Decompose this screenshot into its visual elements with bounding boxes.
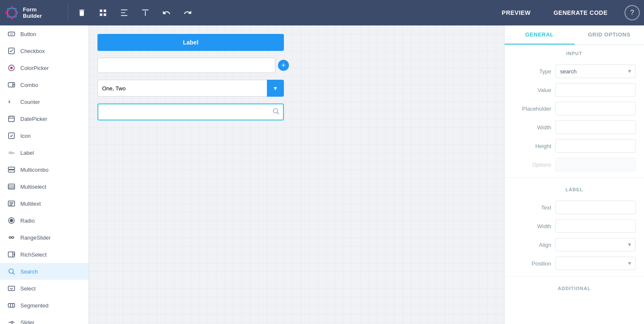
type-select-wrap: search text password number email ▼ <box>555 64 636 78</box>
value-input[interactable] <box>555 83 636 97</box>
svg-point-26 <box>10 219 13 222</box>
sidebar-item-richselect[interactable]: RichSelect <box>0 246 89 263</box>
position-select[interactable]: top left right <box>555 257 636 270</box>
panel-tabs: GENERAL GRID OPTIONS <box>505 25 644 45</box>
svg-line-33 <box>13 273 14 274</box>
sidebar-item-slider[interactable]: Slider <box>0 314 89 324</box>
search-widget <box>97 103 284 120</box>
sidebar-label-label: Label <box>20 150 34 156</box>
sidebar-item-colorpicker[interactable]: ColorPicker <box>0 59 89 76</box>
redo-button[interactable] <box>178 3 197 22</box>
sidebar-label-slider: Slider <box>20 319 34 324</box>
sidebar-label-datepicker: DatePicker <box>20 116 47 122</box>
sidebar-label-combo: Combo <box>20 82 38 88</box>
richselect-icon <box>7 250 16 259</box>
svg-text:3: 3 <box>8 100 11 104</box>
tab-general[interactable]: GENERAL <box>505 25 575 45</box>
counter-icon: 3 <box>7 97 16 106</box>
sidebar-item-segmented[interactable]: Segmented <box>0 297 89 314</box>
value-row: Value <box>505 81 644 99</box>
width-input[interactable]: 400 <box>555 120 636 134</box>
svg-point-28 <box>9 237 11 239</box>
canvas[interactable]: Label + One, Two ▼ <box>89 25 504 324</box>
sidebar-item-multiselect[interactable]: Multiselect <box>0 178 89 195</box>
sidebar-item-multicombo[interactable]: Multicombo <box>0 161 89 178</box>
align-top-button[interactable] <box>136 3 155 22</box>
colorpicker-icon <box>7 63 16 73</box>
svg-point-6 <box>10 67 13 69</box>
grid-button[interactable] <box>94 3 112 22</box>
type-select[interactable]: search text password number email <box>555 64 636 78</box>
undo-icon <box>162 8 171 17</box>
svg-rect-30 <box>8 252 15 257</box>
options-row: Options <box>505 155 644 174</box>
options-input[interactable] <box>555 158 636 171</box>
delete-button[interactable] <box>72 3 91 22</box>
tab-grid-options[interactable]: GRID OPTIONS <box>575 25 644 45</box>
svg-rect-34 <box>8 286 15 291</box>
text-row: Text <box>505 198 644 217</box>
sidebar-item-icon[interactable]: Icon <box>0 127 89 144</box>
logo: Form Builder <box>4 5 64 20</box>
right-panel: GENERAL GRID OPTIONS INPUT Type search t… <box>504 25 644 324</box>
svg-rect-16 <box>8 167 15 169</box>
topbar: Form Builder PREVIEW GENERATE CODE ? <box>0 0 644 25</box>
svg-rect-17 <box>8 170 15 172</box>
position-select-wrap: top left right ▼ <box>555 257 636 270</box>
sidebar-item-radio[interactable]: Radio <box>0 212 89 229</box>
svg-rect-18 <box>8 184 15 189</box>
sidebar-item-combo[interactable]: Combo <box>0 76 89 93</box>
slider-icon <box>7 318 16 324</box>
select-dropdown[interactable]: One, Two <box>97 80 284 97</box>
label-width-input[interactable] <box>555 219 636 233</box>
sidebar-label-rangeslider: RangeSlider <box>20 235 51 241</box>
sidebar-item-button[interactable]: OK Button <box>0 25 89 42</box>
sidebar-item-select[interactable]: Select <box>0 280 89 297</box>
sidebar-item-checkbox[interactable]: Checkbox <box>0 42 89 59</box>
sidebar-label-multicombo: Multicombo <box>20 167 48 173</box>
svg-line-41 <box>277 112 279 114</box>
radio-icon <box>7 216 16 225</box>
preview-button[interactable]: PREVIEW <box>491 6 541 20</box>
label-width-row: Width <box>505 217 644 235</box>
svg-rect-10 <box>8 116 14 122</box>
placeholder-row: Placeholder <box>505 99 644 118</box>
section-input: INPUT <box>505 45 644 62</box>
sidebar-item-multitext[interactable]: Multitext <box>0 195 89 212</box>
sidebar-item-label[interactable]: Abc Label <box>0 144 89 161</box>
search-magnifier-icon <box>272 107 280 117</box>
section-additional: ADDITIONAL <box>505 280 644 297</box>
generate-code-button[interactable]: GENERATE CODE <box>543 6 618 20</box>
align-label: Align <box>513 242 551 248</box>
sidebar-label-richselect: RichSelect <box>20 251 47 258</box>
align-left-button[interactable] <box>115 3 133 22</box>
align-row: Align left center right ▼ <box>505 235 644 254</box>
sidebar-item-datepicker[interactable]: DatePicker <box>0 110 89 127</box>
label-button[interactable]: Label <box>97 34 284 51</box>
text-input[interactable] <box>97 58 275 73</box>
redo-icon <box>183 8 192 17</box>
sidebar-label-checkbox: Checkbox <box>20 48 45 54</box>
text-input-field[interactable] <box>555 201 636 214</box>
options-label: Options <box>513 162 551 168</box>
align-select[interactable]: left center right <box>555 238 636 251</box>
grid-icon <box>99 8 107 17</box>
checkbox-icon <box>7 46 16 56</box>
sidebar-item-rangeslider[interactable]: RangeSlider <box>0 229 89 246</box>
placeholder-input[interactable] <box>555 102 636 115</box>
select-wrap: One, Two ▼ <box>97 80 284 97</box>
svg-point-32 <box>9 269 14 274</box>
sidebar-item-search[interactable]: Search <box>0 263 89 280</box>
add-input-button[interactable]: + <box>278 60 289 71</box>
align-top-icon <box>141 8 150 17</box>
section-divider <box>505 177 644 178</box>
undo-button[interactable] <box>157 3 176 22</box>
help-button[interactable]: ? <box>625 5 640 20</box>
search-input[interactable] <box>97 103 284 120</box>
height-input[interactable]: 38 <box>555 139 636 153</box>
sidebar-item-counter[interactable]: 3 Counter <box>0 93 89 110</box>
topbar-divider <box>68 4 68 21</box>
svg-point-29 <box>12 237 14 239</box>
svg-text:Abc: Abc <box>8 151 15 155</box>
sidebar-label-icon: Icon <box>20 133 31 139</box>
